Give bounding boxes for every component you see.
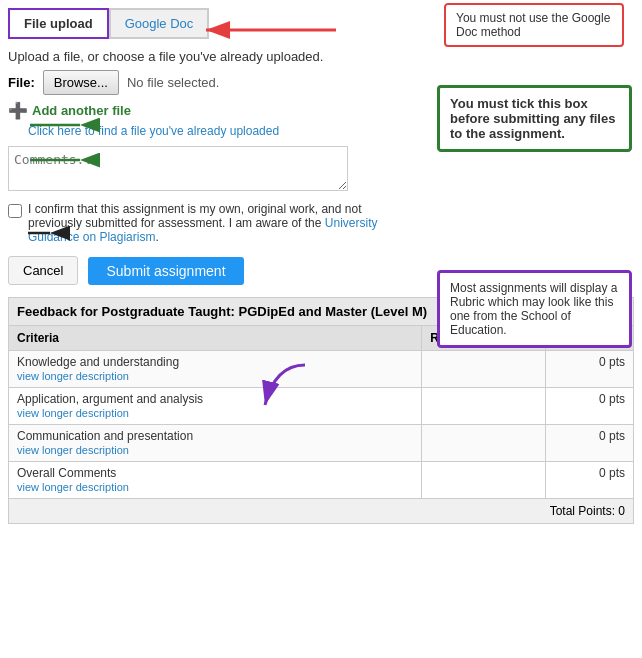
cancel-button[interactable]: Cancel (8, 256, 78, 285)
purple-annotation-box: Most assignments will display a Rubric w… (437, 270, 632, 348)
file-label: File: (8, 75, 35, 90)
checkbox-row: I confirm that this assignment is my own… (8, 202, 378, 244)
view-desc-link[interactable]: view longer description (17, 481, 129, 493)
pts-cell: 0 pts (546, 462, 634, 499)
no-file-text: No file selected. (127, 75, 220, 90)
criteria-cell: Application, argument and analysis view … (9, 388, 422, 425)
tab-row: File upload Google Doc You must not use … (8, 8, 634, 39)
ratings-cell (422, 388, 546, 425)
criteria-cell: Knowledge and understanding view longer … (9, 351, 422, 388)
main-container: File upload Google Doc You must not use … (0, 0, 642, 532)
table-row: Overall Comments view longer description… (9, 462, 634, 499)
browse-button[interactable]: Browse... (43, 70, 119, 95)
confirm-checkbox[interactable] (8, 204, 22, 218)
green-annotation-text: You must tick this box before submitting… (450, 96, 615, 141)
green-arrow-browse-icon (30, 115, 90, 135)
total-row: Total Points: 0 (9, 499, 634, 524)
view-desc-link[interactable]: view longer description (17, 407, 129, 419)
criteria-cell: Overall Comments view longer description (9, 462, 422, 499)
purple-annotation-text: Most assignments will display a Rubric w… (450, 281, 617, 337)
pts-cell: 0 pts (546, 388, 634, 425)
tab-google-doc[interactable]: Google Doc (109, 8, 210, 39)
red-annotation-text: You must not use the Google Doc method (456, 11, 610, 39)
green-arrow-addfile-icon (30, 150, 90, 170)
red-annotation-box: You must not use the Google Doc method (444, 3, 624, 47)
purple-arrow-icon (245, 360, 325, 410)
total-text: Total Points: 0 (9, 499, 634, 524)
table-row: Communication and presentation view long… (9, 425, 634, 462)
ratings-cell (422, 351, 546, 388)
upload-intro: Upload a file, or choose a file you've a… (8, 49, 634, 64)
pts-cell: 0 pts (546, 351, 634, 388)
view-desc-link[interactable]: view longer description (17, 370, 129, 382)
green-annotation-box: You must tick this box before submitting… (437, 85, 632, 152)
red-arrow-icon (198, 16, 338, 44)
plus-icon: ➕ (8, 101, 28, 120)
header-criteria: Criteria (9, 326, 422, 351)
plagiarism-link[interactable]: University Guidance on Plagiarism (28, 216, 377, 244)
view-desc-link[interactable]: view longer description (17, 444, 129, 456)
submit-button[interactable]: Submit assignment (88, 257, 243, 285)
criteria-name: Overall Comments (17, 466, 413, 480)
black-arrow-checkbox-icon (28, 222, 58, 244)
pts-cell: 0 pts (546, 425, 634, 462)
ratings-cell (422, 462, 546, 499)
confirm-text: I confirm that this assignment is my own… (28, 202, 378, 244)
criteria-cell: Communication and presentation view long… (9, 425, 422, 462)
criteria-name: Application, argument and analysis (17, 392, 413, 406)
tab-file-upload[interactable]: File upload (8, 8, 109, 39)
criteria-name: Knowledge and understanding (17, 355, 413, 369)
criteria-name: Communication and presentation (17, 429, 413, 443)
ratings-cell (422, 425, 546, 462)
